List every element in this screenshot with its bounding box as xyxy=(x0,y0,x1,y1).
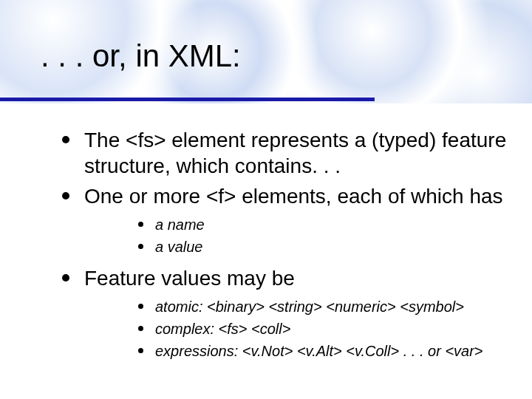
bullet-list: The <fs> element represents a (typed) fe… xyxy=(22,127,510,362)
sub-bullet-text: complex: <fs> <coll> xyxy=(155,321,290,337)
sub-bullet-text: expressions: <v.Not> <v.Alt> <v.Coll> . … xyxy=(155,343,483,359)
sub-list: atomic: <binary> <string> <numeric> <sym… xyxy=(84,296,510,362)
sub-list-item: expressions: <v.Not> <v.Alt> <v.Coll> . … xyxy=(136,340,510,362)
slide: . . . or, in XML: The <fs> element repre… xyxy=(0,0,532,399)
bullet-text: The <fs> element represents a (typed) fe… xyxy=(84,129,506,177)
sub-list-item: a value xyxy=(136,236,510,258)
bullet-text: One or more <f> elements, each of which … xyxy=(84,185,503,208)
slide-title: . . . or, in XML: xyxy=(41,38,241,74)
sub-bullet-text: a value xyxy=(155,239,203,255)
list-item: Feature values may be atomic: <binary> <… xyxy=(59,265,510,362)
sub-bullet-text: a name xyxy=(155,216,205,233)
sub-list-item: a name xyxy=(136,214,510,236)
sub-list: a name a value xyxy=(84,214,510,258)
bullet-text: Feature values may be xyxy=(84,267,295,290)
list-item: One or more <f> elements, each of which … xyxy=(59,183,510,258)
title-underline xyxy=(0,98,375,101)
slide-body: The <fs> element represents a (typed) fe… xyxy=(0,103,532,362)
slide-header: . . . or, in XML: xyxy=(0,0,532,103)
sub-list-item: complex: <fs> <coll> xyxy=(136,318,510,340)
list-item: The <fs> element represents a (typed) fe… xyxy=(59,127,510,179)
sub-bullet-text: atomic: <binary> <string> <numeric> <sym… xyxy=(155,299,464,315)
sub-list-item: atomic: <binary> <string> <numeric> <sym… xyxy=(136,296,510,318)
